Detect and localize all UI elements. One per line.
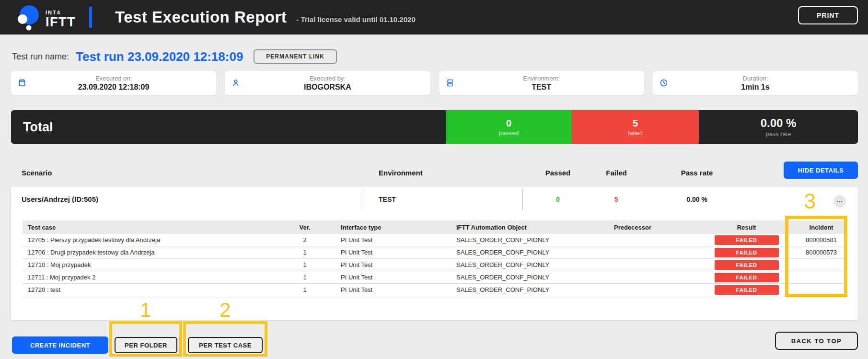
card-value: TEST bbox=[532, 83, 551, 92]
test-run-row: Test run name: Test run 23.09.2020 12:18… bbox=[12, 46, 337, 67]
test-case-table: Test case Ver. Interface type IFTT Autom… bbox=[23, 220, 847, 296]
test-case-table-header: Test case Ver. Interface type IFTT Autom… bbox=[23, 220, 847, 234]
failed-badge: FAILED bbox=[715, 235, 779, 245]
int4-iftt-logo: INT4 IFTT bbox=[16, 4, 76, 31]
pass-rate-value: 0.00 % bbox=[761, 117, 797, 129]
incident-cell: 800000581 bbox=[796, 236, 847, 243]
interface-type-cell: PI Unit Test bbox=[322, 249, 451, 256]
total-title: Total bbox=[23, 120, 53, 135]
executed-on-card: Executed on: 23.09.2020 12:18:09 bbox=[11, 71, 216, 95]
result-cell: FAILED bbox=[697, 273, 796, 282]
annotation-marker-3: 3 bbox=[799, 191, 821, 212]
row-menu-button[interactable]: ⋯ bbox=[833, 195, 846, 208]
per-test-case-button[interactable]: PER TEST CASE bbox=[188, 337, 263, 353]
total-failed-segment: 5 failed bbox=[572, 110, 699, 144]
failed-badge: FAILED bbox=[715, 273, 779, 282]
failed-badge: FAILED bbox=[715, 285, 779, 295]
column-header-ver: Ver. bbox=[288, 224, 322, 231]
card-value: IBOGORSKA bbox=[304, 83, 351, 92]
user-icon bbox=[231, 79, 240, 87]
environment-card: Environment: TEST bbox=[439, 71, 644, 95]
back-to-top-button[interactable]: BACK TO TOP bbox=[775, 332, 858, 350]
result-cell: FAILED bbox=[697, 285, 796, 295]
failed-badge: FAILED bbox=[715, 248, 779, 257]
scenario-pass-rate: 0.00 % bbox=[673, 196, 721, 203]
column-header-test-case: Test case bbox=[23, 224, 288, 231]
column-divider bbox=[522, 189, 523, 209]
test-case-row: 12711 : Moj przypadek 2 1 PI Unit Test S… bbox=[23, 271, 847, 284]
failed-count: 5 bbox=[633, 118, 638, 128]
automation-object-cell: SALES_ORDER_CONF_PIONLY bbox=[451, 286, 568, 293]
version-cell: 2 bbox=[288, 236, 322, 243]
column-header-pass-rate: Pass rate bbox=[673, 169, 721, 177]
per-folder-button[interactable]: PER FOLDER bbox=[115, 337, 177, 353]
calendar-icon bbox=[18, 79, 26, 87]
test-execution-report-screen: INT4 IFTT Test Execution Report - Trial … bbox=[0, 0, 868, 359]
executed-by-card: Executed by: IBOGORSKA bbox=[225, 71, 430, 95]
annotation-marker-2: 2 bbox=[215, 300, 236, 320]
test-case-table-body: 12705 : Pierszy przypadek testowy dla An… bbox=[23, 234, 847, 296]
failed-badge: FAILED bbox=[715, 260, 779, 270]
test-case-row: 12706 : Drugi przypadek testowy dla Andr… bbox=[23, 246, 847, 259]
logo-mark-icon bbox=[16, 4, 41, 31]
scenario-environment: TEST bbox=[379, 196, 396, 203]
version-cell: 1 bbox=[288, 261, 322, 268]
card-label: Executed on: bbox=[95, 75, 132, 82]
create-incident-button[interactable]: CREATE INCIDENT bbox=[12, 336, 108, 354]
print-button[interactable]: PRINT bbox=[798, 6, 858, 24]
test-case-cell: 12706 : Drugi przypadek testowy dla Andr… bbox=[23, 249, 288, 256]
result-cell: FAILED bbox=[697, 248, 796, 257]
column-header-scenario: Scenario bbox=[22, 169, 52, 177]
header-blue-divider bbox=[89, 7, 92, 28]
card-value: 1min 1s bbox=[741, 83, 770, 92]
card-label: Duration: bbox=[743, 75, 768, 82]
test-case-cell: 12705 : Pierszy przypadek testowy dla An… bbox=[23, 236, 288, 243]
test-run-name-value: Test run 23.09.2020 12:18:09 bbox=[76, 49, 243, 64]
test-case-row: 12720 : test 1 PI Unit Test SALES_ORDER_… bbox=[23, 284, 847, 296]
card-value: 23.09.2020 12:18:09 bbox=[78, 83, 150, 92]
version-cell: 1 bbox=[288, 274, 322, 281]
clock-icon bbox=[660, 79, 668, 87]
duration-card: Duration: 1min 1s bbox=[653, 71, 858, 95]
column-header-result: Result bbox=[697, 224, 796, 231]
passed-count: 0 bbox=[506, 118, 511, 128]
permanent-link-button[interactable]: PERMANENT LINK bbox=[254, 49, 336, 64]
incident-cell: 800000573 bbox=[796, 249, 847, 256]
column-header-automation-object: IFTT Automation Object bbox=[451, 224, 568, 231]
interface-type-cell: PI Unit Test bbox=[322, 261, 451, 268]
total-passed-segment: 0 passed bbox=[446, 110, 572, 144]
scenario-failed-count: 5 bbox=[597, 196, 636, 203]
column-divider bbox=[363, 189, 363, 209]
interface-type-cell: PI Unit Test bbox=[322, 286, 451, 293]
passed-label: passed bbox=[499, 130, 519, 136]
test-case-cell: 12710 : Moj przypadek bbox=[23, 261, 288, 268]
column-header-environment: Environment bbox=[379, 169, 423, 177]
scenario-passed-count: 0 bbox=[539, 196, 577, 203]
column-header-interface-type: Interface type bbox=[322, 224, 451, 231]
column-header-predecessor: Predecessor bbox=[568, 224, 697, 231]
column-header-failed: Failed bbox=[597, 169, 636, 177]
total-pass-rate-segment: 0.00 % pass rate bbox=[699, 110, 858, 144]
test-case-row: 12710 : Moj przypadek 1 PI Unit Test SAL… bbox=[23, 259, 847, 271]
column-header-passed: Passed bbox=[539, 169, 577, 177]
test-case-cell: 12720 : test bbox=[23, 286, 288, 293]
result-cell: FAILED bbox=[697, 260, 796, 270]
logo-text: INT4 IFTT bbox=[46, 10, 76, 29]
scenario-name: Users/Andrzej (ID:505) bbox=[22, 195, 98, 203]
automation-object-cell: SALES_ORDER_CONF_PIONLY bbox=[451, 249, 568, 256]
logo-iftt-text: IFTT bbox=[46, 16, 76, 29]
card-label: Environment: bbox=[523, 75, 560, 82]
page-title: Test Execution Report bbox=[115, 8, 287, 26]
test-case-row: 12705 : Pierszy przypadek testowy dla An… bbox=[23, 234, 847, 246]
version-cell: 1 bbox=[288, 286, 322, 293]
app-header: INT4 IFTT Test Execution Report - Trial … bbox=[0, 0, 868, 35]
header-title-group: Test Execution Report - Trial license va… bbox=[115, 0, 416, 35]
test-run-name-label: Test run name: bbox=[12, 52, 69, 62]
pass-rate-label: pass rate bbox=[765, 131, 791, 137]
total-summary-bar: Total 0 passed 5 failed 0.00 % pass rate bbox=[11, 110, 858, 144]
automation-object-cell: SALES_ORDER_CONF_PIONLY bbox=[451, 236, 568, 243]
hide-details-button[interactable]: HIDE DETAILS bbox=[784, 162, 858, 179]
test-case-cell: 12711 : Moj przypadek 2 bbox=[23, 274, 288, 281]
info-cards-row: Executed on: 23.09.2020 12:18:09 Execute… bbox=[11, 71, 858, 95]
automation-object-cell: SALES_ORDER_CONF_PIONLY bbox=[451, 261, 568, 268]
